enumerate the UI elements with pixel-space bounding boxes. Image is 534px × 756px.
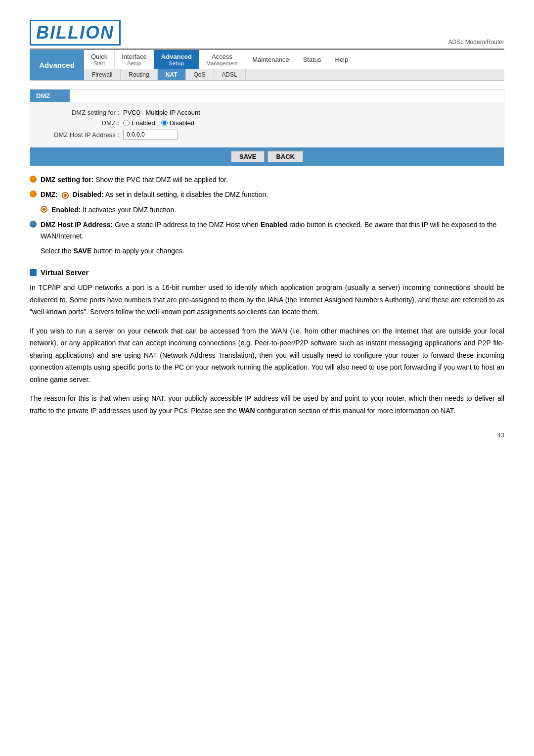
nav-item-status[interactable]: Status	[296, 53, 328, 66]
nav-item-access-management[interactable]: Access Management	[199, 50, 245, 69]
dmz-disabled-label: Disabled	[170, 119, 195, 127]
dmz-container: DMZ DMZ setting for : PVC0 - Multiple IP…	[30, 89, 504, 166]
bullet-orange-icon	[30, 176, 37, 183]
help-host-ip-text: DMZ Host IP Address: Give a static IP ad…	[41, 219, 504, 241]
help-host-ip-label: DMZ Host IP Address:	[41, 221, 113, 229]
help-save-bold: SAVE	[73, 247, 91, 255]
dmz-enabled-radio[interactable]	[123, 120, 130, 126]
virtual-server-para3: The reason for this is that when using N…	[30, 392, 504, 417]
virtual-server-title: Virtual Server	[41, 268, 89, 277]
virtual-server-header: Virtual Server	[30, 268, 504, 277]
help-disabled-desc: As set in default setting, it disables t…	[105, 190, 268, 198]
nav-top-row: Quick Start Interface Setup Advanced Set…	[84, 50, 504, 69]
dmz-target-2-icon	[41, 206, 47, 213]
help-section: DMZ setting for: Show the PVC that DMZ w…	[30, 174, 504, 256]
virtual-server-para2: If you wish to run a server on your netw…	[30, 325, 504, 386]
dmz-body: DMZ setting for : PVC0 - Multiple IP Acc…	[30, 102, 504, 147]
logo: BILLION	[30, 20, 121, 46]
nav-item-quick-start[interactable]: Quick Start	[84, 50, 115, 69]
help-dmz-host-ip-row: DMZ Host IP Address: Give a static IP ad…	[30, 219, 504, 241]
dmz-radio-group: Enabled Disabled	[123, 119, 194, 127]
back-button[interactable]: BACK	[267, 151, 303, 162]
dmz-target-icon	[62, 192, 69, 199]
logo-bar: BILLION ADSL Modem/Router	[30, 20, 504, 50]
bullet-blue-icon	[30, 221, 37, 228]
virtual-server-para1: In TCP/IP and UDP networks a port is a 1…	[30, 282, 504, 318]
bullet-orange-2-icon	[30, 190, 37, 197]
help-dmz-setting-text: DMZ setting for: Show the PVC that DMZ w…	[41, 174, 228, 185]
dmz-header: DMZ	[30, 90, 504, 102]
dmz-setting-label: DMZ setting for :	[40, 109, 119, 116]
help-disabled-bold: Disabled:	[73, 190, 104, 198]
help-enabled-text: Enabled: It activates your DMZ function.	[51, 204, 176, 215]
help-dmz-setting-row: DMZ setting for: Show the PVC that DMZ w…	[30, 174, 504, 185]
adsl-label: ADSL Modem/Router	[448, 39, 504, 46]
page-number: 43	[30, 431, 504, 439]
dmz-host-ip-input[interactable]	[123, 130, 178, 140]
sub-item-routing[interactable]: Routing	[121, 69, 157, 80]
sub-item-nat[interactable]: NAT	[158, 69, 186, 80]
nav-sub-row: Firewall Routing NAT QoS ADSL	[84, 69, 504, 80]
dmz-disabled-option: Disabled	[161, 119, 195, 127]
nav-item-maintenance[interactable]: Maintenance	[245, 53, 296, 66]
help-enabled-bold: Enabled:	[51, 206, 81, 214]
nav-items: Quick Start Interface Setup Advanced Set…	[84, 50, 504, 80]
save-button[interactable]: SAVE	[231, 151, 265, 162]
dmz-host-ip-label: DMZ Host IP Address :	[40, 131, 119, 139]
nav-item-help[interactable]: Help	[328, 53, 356, 66]
dmz-disabled-radio[interactable]	[161, 120, 168, 126]
help-dmz-setting-label: DMZ setting for:	[41, 176, 93, 184]
nav-right-items: Maintenance Status Help	[245, 50, 355, 69]
help-dmz-label: DMZ:	[41, 190, 58, 198]
blue-square-icon	[30, 269, 37, 276]
nav-item-interface-setup[interactable]: Interface Setup	[115, 50, 154, 69]
dmz-enabled-option: Enabled	[123, 119, 155, 127]
help-host-ip-desc1: Give a static IP address to the DMZ Host…	[115, 221, 261, 229]
sub-item-qos[interactable]: QoS	[186, 69, 214, 80]
help-save-text: Select the SAVE button to apply your cha…	[41, 245, 504, 256]
nav-item-advanced-setup[interactable]: Advanced Setup	[154, 50, 199, 69]
wan-bold: WAN	[239, 407, 255, 415]
help-host-ip-enabled: Enabled	[261, 221, 287, 229]
help-dmz-disabled-row: DMZ: Disabled: As set in default setting…	[30, 189, 504, 200]
sub-item-adsl[interactable]: ADSL	[214, 69, 246, 80]
help-enabled-desc: It activates your DMZ function.	[83, 206, 176, 214]
help-dmz-disabled-text: DMZ: Disabled: As set in default setting…	[41, 189, 268, 200]
dmz-footer: SAVE BACK	[30, 147, 504, 166]
nav-bar: Advanced Quick Start Interface Setup Adv…	[30, 50, 504, 81]
dmz-setting-row: DMZ setting for : PVC0 - Multiple IP Acc…	[40, 109, 494, 116]
sub-item-firewall[interactable]: Firewall	[84, 69, 121, 80]
help-dmz-setting-desc: Show the PVC that DMZ will be applied fo…	[95, 176, 228, 184]
dmz-host-ip-row: DMZ Host IP Address :	[40, 130, 494, 140]
sidebar-label: Advanced	[30, 50, 84, 80]
dmz-radio-label: DMZ :	[40, 119, 119, 127]
dmz-radio-row: DMZ : Enabled Disabled	[40, 119, 494, 127]
dmz-enabled-label: Enabled	[132, 119, 155, 127]
dmz-setting-value: PVC0 - Multiple IP Account	[123, 109, 200, 116]
help-dmz-enabled-row: Enabled: It activates your DMZ function.	[41, 204, 504, 215]
